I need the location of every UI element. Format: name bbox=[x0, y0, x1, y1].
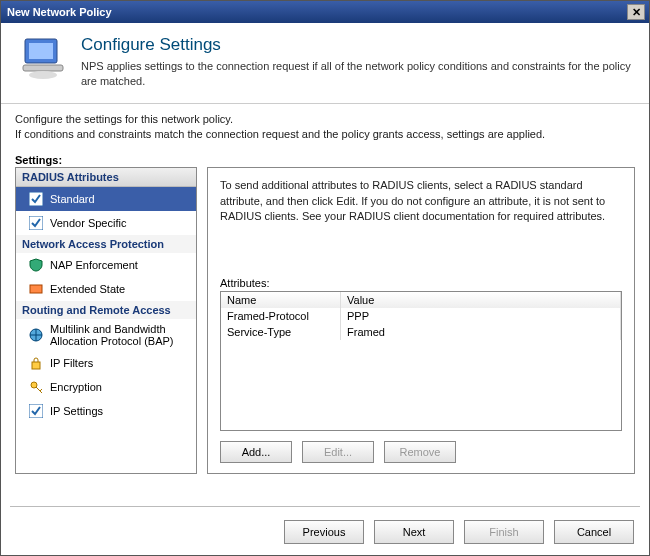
finish-button[interactable]: Finish bbox=[464, 520, 544, 544]
attributes-header: Name Value bbox=[221, 292, 621, 308]
close-button[interactable]: ✕ bbox=[627, 4, 645, 20]
sidebar-item-ip-settings[interactable]: IP Settings bbox=[16, 399, 196, 423]
sidebar-item-vendor-specific[interactable]: Vendor Specific bbox=[16, 211, 196, 235]
sidebar-item-standard[interactable]: Standard bbox=[16, 187, 196, 211]
globe-icon bbox=[28, 327, 44, 343]
column-name[interactable]: Name bbox=[221, 292, 341, 308]
page-title: Configure Settings bbox=[81, 35, 631, 55]
sidebar-item-multilink-bap[interactable]: Multilink and Bandwidth Allocation Proto… bbox=[16, 319, 196, 351]
check-icon bbox=[28, 215, 44, 231]
cell-value: Framed bbox=[341, 324, 621, 340]
group-nap: Network Access Protection bbox=[16, 235, 196, 253]
svg-rect-1 bbox=[29, 43, 53, 59]
divider bbox=[10, 506, 640, 508]
check-icon bbox=[28, 403, 44, 419]
svg-point-3 bbox=[29, 71, 57, 79]
shield-icon bbox=[28, 257, 44, 273]
page-subtext: NPS applies settings to the connection r… bbox=[81, 59, 631, 89]
svg-rect-2 bbox=[23, 65, 63, 71]
sidebar-item-nap-enforcement[interactable]: NAP Enforcement bbox=[16, 253, 196, 277]
table-row[interactable]: Service-Type Framed bbox=[221, 324, 621, 340]
group-rras: Routing and Remote Access bbox=[16, 301, 196, 319]
table-row[interactable]: Framed-Protocol PPP bbox=[221, 308, 621, 324]
sidebar-item-label: Vendor Specific bbox=[50, 217, 126, 229]
sidebar-item-label: IP Filters bbox=[50, 357, 93, 369]
instruction-line: If conditions and constraints match the … bbox=[15, 127, 635, 142]
sidebar-item-label: Standard bbox=[50, 193, 95, 205]
instructions: Configure the settings for this network … bbox=[1, 104, 649, 147]
wizard-footer: Previous Next Finish Cancel bbox=[284, 520, 634, 544]
pane-description: To send additional attributes to RADIUS … bbox=[220, 178, 622, 224]
sidebar-item-extended-state[interactable]: Extended State bbox=[16, 277, 196, 301]
sidebar-item-label: NAP Enforcement bbox=[50, 259, 138, 271]
key-icon bbox=[28, 379, 44, 395]
attributes-list[interactable]: Name Value Framed-Protocol PPP Service-T… bbox=[220, 291, 622, 431]
cell-value: PPP bbox=[341, 308, 621, 324]
sidebar-item-label: Encryption bbox=[50, 381, 102, 393]
svg-rect-8 bbox=[32, 362, 40, 369]
sidebar-item-encryption[interactable]: Encryption bbox=[16, 375, 196, 399]
titlebar: New Network Policy ✕ bbox=[1, 1, 649, 23]
detail-pane: To send additional attributes to RADIUS … bbox=[207, 167, 635, 474]
column-value[interactable]: Value bbox=[341, 292, 621, 308]
sidebar-item-label: IP Settings bbox=[50, 405, 103, 417]
monitor-icon bbox=[19, 35, 67, 83]
window-title: New Network Policy bbox=[7, 6, 627, 18]
cell-name: Service-Type bbox=[221, 324, 341, 340]
add-button[interactable]: Add... bbox=[220, 441, 292, 463]
sidebar-item-label: Extended State bbox=[50, 283, 125, 295]
check-icon bbox=[28, 191, 44, 207]
state-icon bbox=[28, 281, 44, 297]
attributes-label: Attributes: bbox=[220, 277, 622, 289]
svg-rect-6 bbox=[30, 285, 42, 293]
edit-button[interactable]: Edit... bbox=[302, 441, 374, 463]
settings-tree[interactable]: RADIUS Attributes Standard Vendor Specif… bbox=[15, 167, 197, 474]
lock-icon bbox=[28, 355, 44, 371]
next-button[interactable]: Next bbox=[374, 520, 454, 544]
sidebar-item-ip-filters[interactable]: IP Filters bbox=[16, 351, 196, 375]
remove-button[interactable]: Remove bbox=[384, 441, 456, 463]
wizard-header: Configure Settings NPS applies settings … bbox=[1, 23, 649, 104]
close-icon: ✕ bbox=[632, 6, 641, 19]
cell-name: Framed-Protocol bbox=[221, 308, 341, 324]
group-radius-attributes: RADIUS Attributes bbox=[16, 168, 196, 187]
previous-button[interactable]: Previous bbox=[284, 520, 364, 544]
instruction-line: Configure the settings for this network … bbox=[15, 112, 635, 127]
cancel-button[interactable]: Cancel bbox=[554, 520, 634, 544]
settings-label: Settings: bbox=[15, 154, 649, 166]
sidebar-item-label: Multilink and Bandwidth Allocation Proto… bbox=[50, 323, 190, 347]
